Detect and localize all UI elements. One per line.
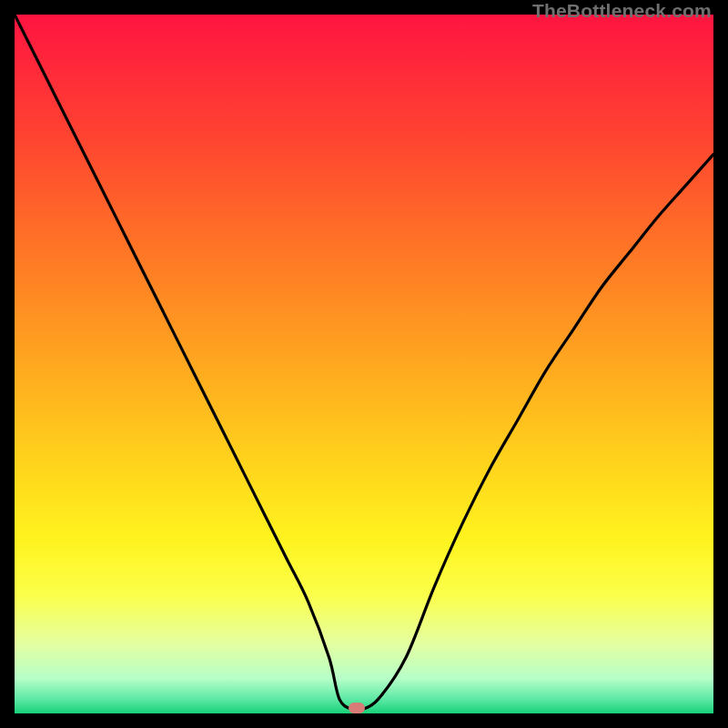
minimum-marker xyxy=(349,703,365,713)
plot-area xyxy=(15,15,713,713)
watermark-text: TheBottleneck.com xyxy=(532,0,712,22)
curve-path xyxy=(15,15,713,712)
bottleneck-curve xyxy=(15,15,713,713)
chart-frame: TheBottleneck.com xyxy=(0,0,728,728)
